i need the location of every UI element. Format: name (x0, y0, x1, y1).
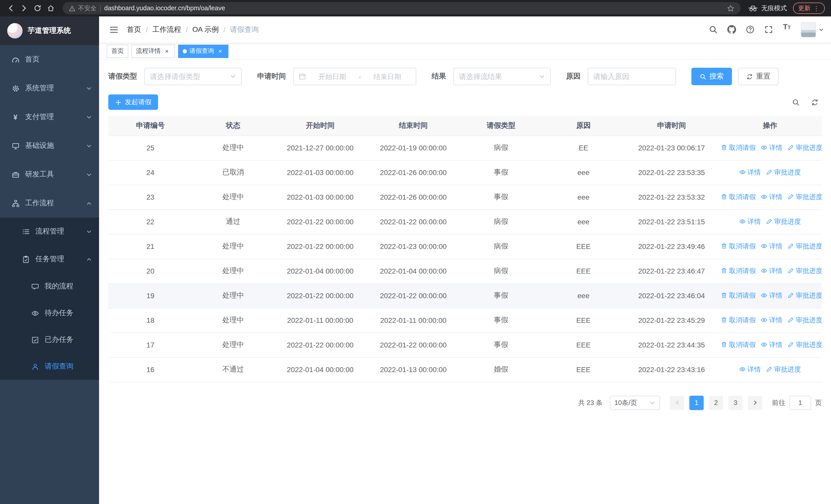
refresh-table-icon[interactable] (811, 98, 819, 106)
detail-action[interactable]: 详情 (739, 217, 761, 226)
cancel-leave-action[interactable]: 取消请假 (721, 340, 756, 350)
search-button[interactable]: 搜索 (691, 68, 732, 85)
sidebar-toggle-icon[interactable] (106, 22, 122, 37)
browser-back-button[interactable] (4, 2, 18, 15)
cell-end-time: 2022-01-26 00:00:00 (367, 160, 460, 185)
approval-progress-action[interactable]: 审批进度 (787, 242, 822, 251)
breadcrumb-item[interactable]: 工作流程 (152, 25, 181, 34)
cell-start-time: 2022-01-22 00:00:00 (274, 209, 367, 234)
browser-forward-button[interactable] (18, 2, 31, 15)
sidebar-item-system[interactable]: 系统管理 (0, 74, 99, 102)
leave-type-select[interactable] (144, 68, 242, 85)
help-icon[interactable] (742, 22, 757, 37)
cancel-leave-action[interactable]: 取消请假 (721, 192, 756, 202)
leave-type-input[interactable] (150, 72, 227, 81)
detail-action[interactable]: 详情 (761, 143, 782, 152)
breadcrumb-item[interactable]: 首页 (127, 25, 141, 34)
approval-progress-action[interactable]: 审批进度 (787, 291, 822, 300)
cancel-leave-action[interactable]: 取消请假 (721, 266, 756, 276)
browser-home-button[interactable] (44, 2, 57, 15)
result-input[interactable] (459, 72, 536, 81)
sidebar-item-devtools[interactable]: 研发工具 (0, 160, 99, 189)
sidebar-item-home[interactable]: 首页 (0, 45, 99, 74)
tab-home[interactable]: 首页 (107, 45, 128, 58)
tab-leave-query[interactable]: 请假查询 × (178, 45, 228, 58)
page-button-3[interactable]: 3 (728, 395, 743, 410)
close-icon[interactable]: × (217, 48, 224, 55)
tab-process-detail[interactable]: 流程详情 × (132, 45, 175, 58)
cancel-leave-action[interactable]: 取消请假 (721, 143, 756, 152)
cell-apply-time: 2022-01-22 23:53:32 (625, 185, 718, 209)
table-tools (792, 98, 822, 106)
prev-page-button[interactable] (670, 395, 684, 410)
menu-kebab-icon[interactable]: ⋮ (813, 5, 820, 11)
approval-progress-action[interactable]: 审批进度 (787, 143, 822, 152)
detail-action[interactable]: 详情 (761, 242, 782, 251)
cell-status: 处理中 (193, 234, 274, 259)
table-header-row: 申请编号 状态 开始时间 结束时间 请假类型 原因 申请时间 操作 (108, 116, 822, 136)
browser-update-button[interactable]: 更新 ⋮ (793, 3, 825, 14)
detail-action[interactable]: 详情 (761, 291, 782, 300)
sidebar-item-my-process[interactable]: 我的流程 (0, 273, 99, 300)
page-size-select[interactable]: 10条/页 (610, 395, 660, 410)
start-date-input[interactable] (309, 72, 356, 80)
create-leave-button[interactable]: 发起请假 (108, 94, 158, 110)
detail-action[interactable]: 详情 (761, 316, 782, 325)
detail-action[interactable]: 详情 (761, 192, 782, 202)
sidebar-item-payment[interactable]: ¥ 支付管理 (0, 102, 99, 131)
address-bar[interactable]: 不安全 dashboard.yudao.iocoder.cn/bpm/oa/le… (63, 2, 741, 14)
approval-progress-action[interactable]: 审批进度 (787, 316, 822, 325)
column-header-reason: 原因 (542, 116, 625, 136)
sidebar-item-leave-query[interactable]: 请假查询 (0, 353, 99, 380)
reset-button[interactable]: 重置 (738, 68, 779, 85)
end-date-input[interactable] (364, 72, 411, 80)
sidebar-item-todo-tasks[interactable]: 待办任务 (0, 300, 99, 326)
reason-input[interactable] (593, 72, 670, 81)
app-logo[interactable]: 芋道管理系统 (0, 17, 99, 45)
approval-progress-action[interactable]: 审批进度 (766, 168, 801, 177)
app-frame: 芋道管理系统 首页 系统管理 ¥ (0, 17, 831, 504)
user-menu[interactable] (801, 22, 824, 37)
close-icon[interactable]: × (163, 48, 170, 55)
cancel-leave-action[interactable]: 取消请假 (721, 316, 756, 325)
sidebar-item-done-tasks[interactable]: 已办任务 (0, 326, 99, 353)
approval-progress-action[interactable]: 审批进度 (787, 192, 822, 202)
sidebar-item-workflow[interactable]: 工作流程 (0, 189, 99, 217)
next-page-button[interactable] (748, 395, 762, 410)
sidebar-item-task-mgmt[interactable]: 任务管理 (0, 245, 99, 273)
reason-field[interactable] (588, 68, 676, 85)
detail-action[interactable]: 详情 (739, 168, 761, 177)
approval-progress-action[interactable]: 审批进度 (787, 340, 822, 350)
detail-action[interactable]: 详情 (761, 266, 782, 276)
breadcrumb-item[interactable]: OA 示例 (193, 25, 219, 34)
table-row: 18处理中2022-01-11 00:00:002022-01-11 00:00… (108, 308, 822, 333)
bookmark-star-icon[interactable] (727, 4, 735, 12)
approval-progress-action[interactable]: 审批进度 (787, 266, 822, 276)
detail-action[interactable]: 详情 (761, 340, 782, 350)
detail-action[interactable]: 详情 (739, 365, 761, 374)
active-dot (183, 49, 187, 53)
cancel-leave-action[interactable]: 取消请假 (721, 242, 756, 251)
sidebar-item-process-mgmt[interactable]: 流程管理 (0, 217, 99, 245)
browser-reload-button[interactable] (31, 2, 44, 15)
fullscreen-icon[interactable] (761, 22, 776, 37)
cell-apply-time: 2022-01-22 23:43:16 (625, 357, 718, 382)
page-button-2[interactable]: 2 (709, 395, 723, 410)
github-icon[interactable] (724, 22, 739, 37)
toggle-search-icon[interactable] (792, 98, 800, 106)
date-range-picker[interactable]: - (293, 68, 416, 85)
goto-page-input[interactable] (790, 395, 811, 410)
logo-avatar (7, 23, 23, 38)
page-button-1[interactable]: 1 (689, 395, 704, 410)
approval-progress-action[interactable]: 审批进度 (766, 365, 801, 374)
approval-progress-action[interactable]: 审批进度 (766, 217, 801, 226)
result-select[interactable] (453, 68, 551, 85)
cancel-leave-action[interactable]: 取消请假 (721, 291, 756, 300)
table-row: 22通过2022-01-22 00:00:002022-01-22 00:00:… (108, 209, 822, 234)
sidebar-item-infra[interactable]: 基础设施 (0, 131, 99, 160)
cell-status: 不通过 (193, 357, 274, 382)
font-size-icon[interactable]: TT (779, 22, 795, 37)
cell-start-time: 2022-01-04 00:00:00 (274, 259, 367, 283)
security-status[interactable]: 不安全 (69, 4, 96, 12)
search-icon[interactable] (705, 22, 721, 37)
